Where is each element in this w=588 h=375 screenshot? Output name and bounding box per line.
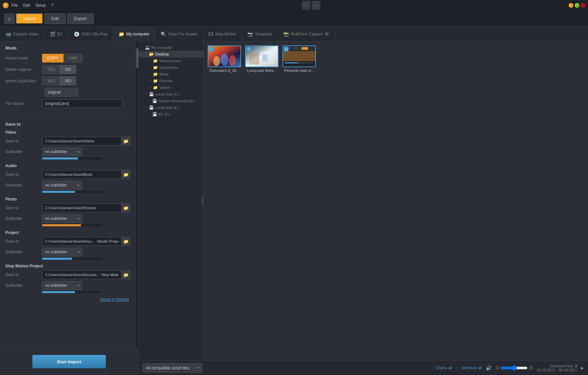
tree-item-pictures[interactable]: + 📁 Pictures [139, 78, 203, 84]
thumb-label-pinnacle: Pinnacle main vi... [284, 69, 314, 73]
project-subfolder-select[interactable]: no subfolder [42, 248, 82, 256]
edit-nav-button[interactable]: Edit [44, 13, 66, 24]
menu-edit[interactable]: Edit [23, 3, 30, 8]
start-import-button[interactable]: Start Import [32, 355, 106, 368]
tree-item-samuel-axon[interactable]: + 📁 Samuel Axon [139, 57, 203, 64]
tab-scan-assets[interactable]: 🔍 Scan For Assets [155, 27, 203, 41]
tree-my-computer-label: My computer [151, 45, 173, 49]
tree-collapse-button[interactable]: ◀ [201, 196, 204, 206]
filename-dropdown[interactable]: original [45, 88, 78, 97]
file-thumb-living[interactable]: ✓ [245, 45, 278, 73]
project-subfolder-row: Subfolder no subfolder ▼ [5, 248, 130, 256]
tab-multicam-label: MultiCam Capture [291, 32, 323, 36]
photo-path-input[interactable] [42, 204, 122, 212]
tree-item-desktop[interactable]: + 📂 Desktop [139, 51, 203, 57]
stop-motion-browse-button[interactable]: 📁 [122, 270, 130, 279]
tree-item-documents[interactable]: + 📁 Documents [139, 64, 203, 71]
menu-file[interactable]: File [11, 3, 18, 8]
check-all-button[interactable]: Check all [436, 366, 452, 370]
filename-input[interactable] [42, 99, 122, 108]
audio-browse-button[interactable]: 📁 [122, 170, 130, 179]
audio-subfolder-select[interactable]: no subfolder [42, 181, 82, 190]
tab-bar: 📹 Capture Video 🎬 BC 💿 DVD / Blu-Ray 📁 M… [0, 27, 588, 41]
tree-documents-icon: 📁 [153, 65, 158, 70]
back-button[interactable]: ← [302, 1, 311, 10]
tab-dvd-bluray[interactable]: 💿 DVD / Blu-Ray [68, 27, 113, 41]
selected-files-count: 3 [575, 364, 577, 368]
svg-rect-5 [249, 53, 259, 65]
tree-item-videos[interactable]: + 📁 Videos [139, 84, 203, 91]
tree-item-bc[interactable]: · 💾 BC (F:) [139, 111, 203, 118]
audio-path-input[interactable] [42, 170, 122, 179]
left-scrollbar[interactable] [136, 41, 138, 348]
project-subfolder-label: Subfolder [5, 250, 42, 254]
snapshot-icon: 📷 [247, 31, 253, 37]
ignore-yes-button[interactable]: YES [42, 77, 60, 85]
delete-yes-button[interactable]: YES [42, 65, 60, 74]
save-to-title: Save to [5, 122, 130, 127]
tab-scan-assets-label: Scan For Assets [168, 32, 197, 36]
thumb-size-slider[interactable] [501, 365, 528, 371]
tree-item-my-computer[interactable]: − 💻 My computer [139, 44, 203, 51]
thumb-label-overwatch: Overwatch 8_28... [209, 69, 239, 73]
tree-local-c-label: Local Disk (C:) [155, 92, 179, 96]
tab-snapshot[interactable]: 📷 Snapshot [242, 27, 278, 41]
title-bar-menu: File Edit Setup ? [11, 3, 53, 8]
maximize-button[interactable]: □ [575, 3, 579, 8]
video-browse-button[interactable]: 📁 [122, 137, 130, 145]
tab-bc[interactable]: 🎬 BC [44, 27, 69, 41]
thumb-check-living: ✓ [246, 47, 251, 51]
file-thumb-pinnacle[interactable]: ✓ [282, 45, 316, 73]
tree-item-local-e[interactable]: + 💾 Local Disk (E:) [139, 104, 203, 111]
close-button[interactable]: × [581, 3, 585, 8]
left-scroll-thumb[interactable] [136, 48, 138, 68]
audio-save-row: Save to 📁 [5, 170, 130, 179]
minimize-button[interactable]: − [569, 3, 573, 8]
project-path-input[interactable] [42, 237, 122, 246]
menu-help[interactable]: ? [51, 3, 53, 8]
scan-assets-icon: 🔍 [161, 31, 166, 37]
tree-expand-music: + [149, 73, 151, 76]
tab-multicam[interactable]: 📸 MultiCam Capture 🛒 [278, 27, 336, 41]
video-title: Video [5, 130, 130, 135]
tab-stop-motion[interactable]: 🎞 Stop Motion [203, 27, 242, 41]
photo-browse-button[interactable]: 📁 [122, 204, 130, 212]
tree-item-local-c[interactable]: + 💾 Local Disk (C:) [139, 91, 203, 98]
audio-subfolder-wrap: no subfolder ▼ [42, 181, 82, 190]
volume-icon[interactable]: 🔊 [486, 365, 492, 371]
audio-subfolder-row: Subfolder no subfolder ▼ [5, 181, 130, 190]
tree-item-system-reserved[interactable]: · 💾 System Reserved (D:) [139, 98, 203, 104]
stop-motion-path-input[interactable] [42, 270, 122, 279]
file-thumb-overwatch[interactable]: ✓ [208, 45, 241, 73]
ignore-no-button[interactable]: NO [60, 77, 76, 85]
link-button[interactable]: LINK [63, 54, 82, 62]
tab-snapshot-label: Snapshot [255, 32, 272, 36]
photo-subfolder-select[interactable]: no subfolder [42, 214, 82, 223]
stop-motion-progress-fill [42, 291, 75, 293]
delete-no-button[interactable]: NO [60, 65, 76, 74]
tree-expand-local-e: + [145, 106, 147, 109]
tab-bc-label: BC [57, 32, 63, 36]
tree-expand-local-c: + [145, 93, 147, 96]
menu-setup[interactable]: Setup [35, 3, 46, 8]
app-logo: P [3, 2, 9, 8]
stop-motion-subfolder-select[interactable]: no subfolder [42, 281, 82, 290]
video-path-input[interactable] [42, 137, 122, 145]
uncheck-all-button[interactable]: Uncheck all [461, 366, 482, 370]
project-browse-button[interactable]: 📁 [122, 237, 130, 246]
tab-my-computer[interactable]: 📁 My computer [113, 27, 155, 41]
forward-button[interactable]: → [312, 1, 321, 10]
thumb-check-overwatch: ✓ [209, 47, 214, 51]
audio-save-label: Save to [5, 172, 42, 177]
export-nav-button[interactable]: Export [67, 13, 94, 24]
copy-button[interactable]: COPY [42, 54, 63, 62]
tab-capture-video[interactable]: 📹 Capture Video [0, 27, 44, 41]
tree-music-label: Music [159, 72, 169, 76]
asset-filter-select[interactable]: All compatible asset files [143, 363, 203, 373]
import-nav-button[interactable]: Import [16, 13, 43, 24]
expand-right-icon[interactable]: ▶ [581, 366, 584, 370]
home-button[interactable]: ⌂ [4, 13, 15, 24]
reset-default-button[interactable]: Reset to Default [100, 297, 129, 302]
video-subfolder-select[interactable]: no subfolder [42, 147, 82, 156]
tree-item-music[interactable]: + 📁 Music [139, 71, 203, 78]
